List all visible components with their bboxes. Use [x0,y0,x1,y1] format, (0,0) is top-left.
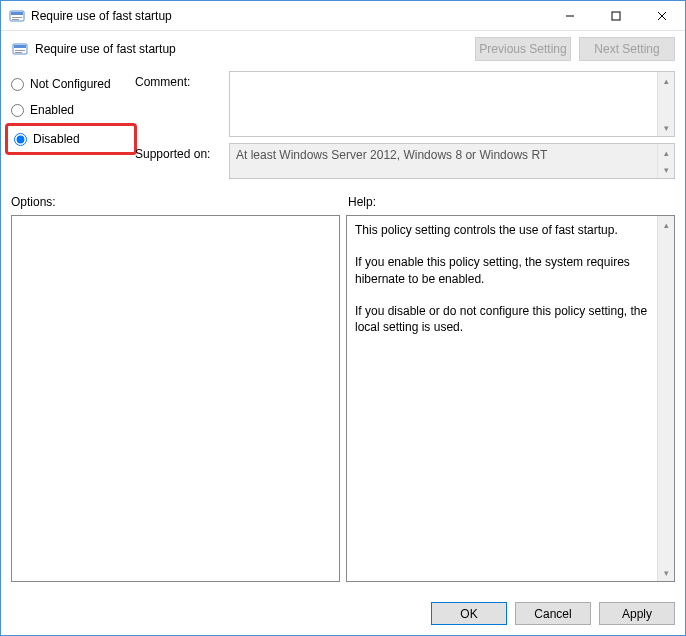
cancel-button[interactable]: Cancel [515,602,591,625]
scroll-down-icon[interactable]: ▾ [658,119,674,136]
header-row: Require use of fast startup Previous Set… [1,31,685,71]
svg-rect-10 [15,50,25,51]
svg-rect-5 [612,12,620,20]
close-button[interactable] [639,1,685,30]
supported-label: Supported on: [135,143,225,161]
dialog-buttons: OK Cancel Apply [1,592,685,635]
titlebar: Require use of fast startup [1,1,685,31]
minimize-button[interactable] [547,1,593,30]
scrollbar: ▴ ▾ [657,144,674,178]
radio-disabled[interactable]: Disabled [14,130,128,148]
radio-label: Not Configured [30,77,111,91]
radio-disabled-input[interactable] [14,133,27,146]
options-content [12,216,322,581]
supported-on-text: At least Windows Server 2012, Windows 8 … [236,148,547,162]
radio-not-configured[interactable]: Not Configured [11,75,131,93]
scroll-up-icon[interactable]: ▴ [658,216,674,233]
help-paragraph: If you enable this policy setting, the s… [355,254,649,286]
dialog-body: Not Configured Enabled Disabled Comment: [1,71,685,592]
disabled-highlight: Disabled [5,123,137,155]
scroll-up-icon: ▴ [658,144,674,161]
svg-rect-11 [15,52,22,53]
section-labels: Options: Help: [11,195,675,209]
scroll-down-icon: ▾ [658,161,674,178]
ok-button[interactable]: OK [431,602,507,625]
policy-icon [9,8,25,24]
radio-label: Disabled [33,132,80,146]
state-radios: Not Configured Enabled Disabled [11,71,131,179]
options-pane [11,215,340,582]
maximize-button[interactable] [593,1,639,30]
svg-rect-2 [12,17,22,18]
scrollbar[interactable]: ▴ ▾ [657,72,674,136]
help-content: This policy setting controls the use of … [347,216,657,581]
radio-enabled[interactable]: Enabled [11,101,131,119]
svg-rect-9 [14,45,26,48]
comment-label: Comment: [135,71,225,137]
help-paragraph: If you disable or do not configure this … [355,303,649,335]
panes: This policy setting controls the use of … [11,215,675,582]
svg-rect-1 [11,12,23,15]
window-title: Require use of fast startup [31,9,547,23]
supported-on-box: At least Windows Server 2012, Windows 8 … [229,143,675,179]
dialog-window: Require use of fast startup Require use … [0,0,686,636]
svg-rect-3 [12,19,19,20]
scroll-up-icon[interactable]: ▴ [658,72,674,89]
policy-title: Require use of fast startup [35,42,475,56]
window-controls [547,1,685,30]
scroll-down-icon[interactable]: ▾ [658,564,674,581]
radio-label: Enabled [30,103,74,117]
radio-enabled-input[interactable] [11,104,24,117]
help-label: Help: [348,195,675,209]
nav-buttons: Previous Setting Next Setting [475,37,675,61]
help-paragraph: This policy setting controls the use of … [355,222,649,238]
scrollbar[interactable]: ▴ ▾ [657,216,674,581]
radio-not-configured-input[interactable] [11,78,24,91]
previous-setting-button[interactable]: Previous Setting [475,37,571,61]
apply-button[interactable]: Apply [599,602,675,625]
next-setting-button[interactable]: Next Setting [579,37,675,61]
options-label: Options: [11,195,338,209]
policy-icon [11,40,29,58]
help-pane: This policy setting controls the use of … [346,215,675,582]
top-grid: Not Configured Enabled Disabled Comment: [11,71,675,179]
comment-textarea[interactable]: ▴ ▾ [229,71,675,137]
